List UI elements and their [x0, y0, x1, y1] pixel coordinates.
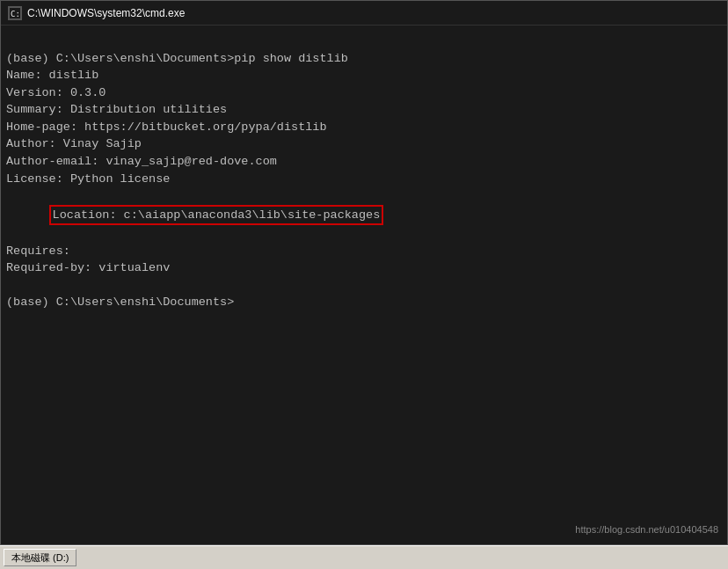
- title-bar: C:\ C:\WINDOWS\system32\cmd.exe: [1, 1, 727, 26]
- terminal-line-name: Name: distlib: [6, 67, 722, 84]
- terminal-line-author: Author: Vinay Sajip: [6, 135, 722, 153]
- terminal-line-required-by: Required-by: virtualenv: [6, 259, 722, 277]
- terminal-line-blank2: [6, 277, 722, 295]
- terminal-line-author-email: Author-email: vinay_sajip@red-dove.com: [6, 153, 722, 171]
- svg-text:C:\: C:\: [11, 10, 20, 18]
- cmd-window: C:\ C:\WINDOWS\system32\cmd.exe (base) C…: [0, 0, 728, 545]
- terminal-body[interactable]: (base) C:\Users\enshi\Documents>pip show…: [1, 26, 727, 544]
- terminal-line-requires: Requires:: [6, 243, 722, 260]
- watermark: https://blog.csdn.net/u010404548: [575, 523, 718, 537]
- window-title: C:\WINDOWS\system32\cmd.exe: [27, 7, 185, 19]
- terminal-line-homepage: Home-page: https://bitbucket.org/pypa/di…: [6, 119, 722, 136]
- terminal-line-license: License: Python license: [6, 171, 722, 188]
- terminal-line-blank1: [6, 33, 722, 50]
- terminal-line-version: Version: 0.3.0: [6, 84, 722, 102]
- terminal-line-prompt2: (base) C:\Users\enshi\Documents>: [6, 294, 722, 311]
- location-highlight: Location: c:\aiapp\anaconda3\lib\site-pa…: [49, 205, 384, 226]
- taskbar-item[interactable]: 本地磁碟 (D:): [4, 549, 76, 566]
- terminal-line-location: Location: c:\aiapp\anaconda3\lib\site-pa…: [6, 187, 722, 243]
- taskbar: 本地磁碟 (D:): [0, 545, 728, 569]
- terminal-line-cmd-input: (base) C:\Users\enshi\Documents>pip show…: [6, 50, 722, 68]
- terminal-line-summary: Summary: Distribution utilities: [6, 101, 722, 119]
- cmd-icon: C:\: [8, 6, 22, 20]
